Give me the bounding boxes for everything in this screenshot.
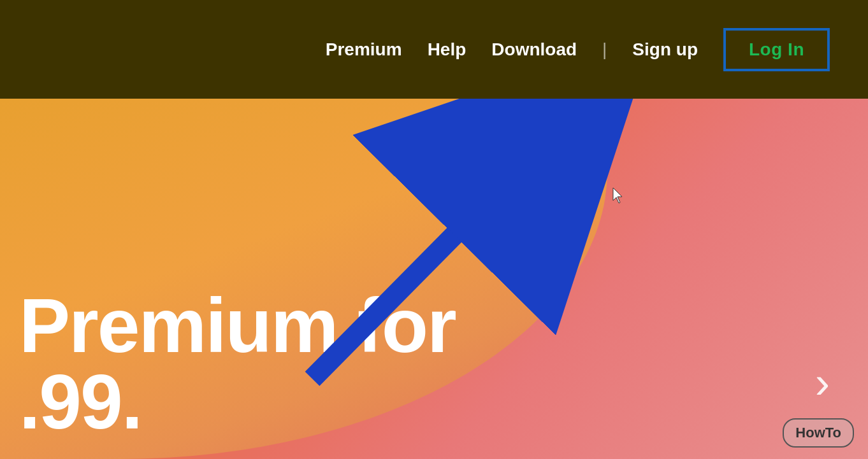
hero-text-block: Premium for .99. <box>19 287 456 440</box>
hero-price: .99. <box>19 364 456 440</box>
nav-links: Premium Help Download | Sign up Log In <box>326 28 830 71</box>
hero-section: Premium for .99. › <box>0 99 868 459</box>
nav-download[interactable]: Download <box>491 39 577 60</box>
hero-title: Premium for <box>19 287 456 364</box>
nav-premium[interactable]: Premium <box>326 39 402 60</box>
login-button[interactable]: Log In <box>723 28 830 71</box>
chevron-right-icon[interactable]: › <box>815 357 830 408</box>
nav-signup[interactable]: Sign up <box>632 39 698 60</box>
navbar: Premium Help Download | Sign up Log In <box>0 0 868 99</box>
nav-help[interactable]: Help <box>428 39 467 60</box>
nav-divider: | <box>602 39 607 60</box>
howto-badge: HowTo <box>783 418 854 448</box>
